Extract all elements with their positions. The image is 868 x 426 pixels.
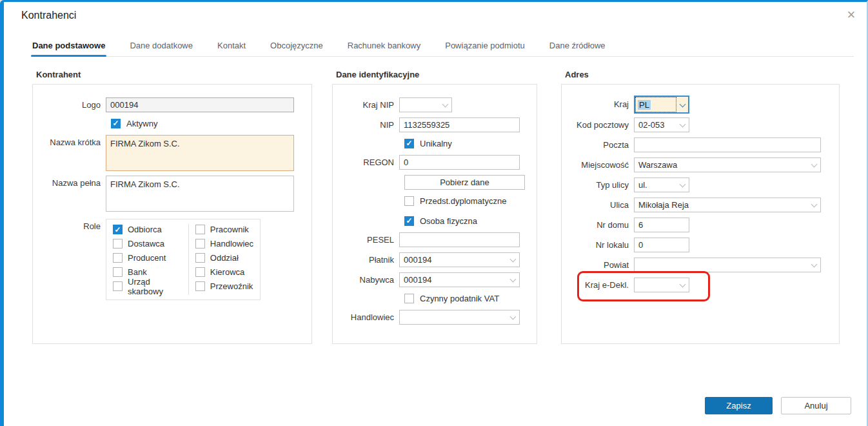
kraj-select[interactable]: PL (634, 96, 689, 114)
aktywny-checkbox[interactable] (111, 119, 121, 128)
role-odbiorca-checkbox[interactable] (113, 225, 123, 234)
poczta-field[interactable] (634, 137, 821, 152)
role-przewoznik-label: Przewoźnik (210, 281, 253, 291)
unikalny-checkbox[interactable] (404, 139, 414, 148)
panel-dane-identyfikacyjne: Kraj NIP NIP 1132559325 Unikalny REGON 0… (332, 84, 537, 344)
logo-field[interactable]: 000194 (106, 97, 294, 112)
powiat-label: Powiat (562, 258, 634, 270)
miejscowosc-select[interactable]: Warszawa (634, 157, 821, 172)
aktywny-label: Aktywny (126, 119, 157, 128)
pesel-field[interactable] (399, 232, 520, 247)
nabywca-select[interactable]: 000194 (399, 272, 520, 287)
footer-actions: Zapisz Anuluj (705, 397, 851, 414)
ulica-label: Ulica (562, 198, 634, 210)
nazwa-pelna-field[interactable]: FIRMA Zikom S.C. (106, 176, 294, 212)
tab-obcojezyczne[interactable]: Obcojęzyczne (269, 37, 324, 56)
role-producent-label: Producent (128, 253, 166, 263)
nabywca-label: Nabywca (333, 272, 399, 285)
platnik-select[interactable]: 000194 (399, 252, 520, 267)
przedst-dyplomatyczne-label: Przedst.dyplomatyczne (420, 196, 506, 206)
pesel-label: PESEL (333, 232, 399, 245)
chevron-down-icon (442, 101, 449, 107)
tab-kontakt[interactable]: Kontakt (216, 37, 247, 56)
role-oddzial-label: Oddział (210, 253, 239, 263)
nazwa-pelna-label: Nazwa pełna (33, 176, 106, 188)
cancel-button[interactable]: Anuluj (781, 397, 851, 414)
nr-lokalu-label: Nr lokalu (562, 238, 634, 250)
role-dostawca-checkbox[interactable] (113, 239, 123, 249)
kraj-edekl-select[interactable] (634, 278, 689, 292)
typ-ulicy-select[interactable]: ul. (634, 178, 689, 192)
tab-dane-dodatkowe[interactable]: Dane dodatkowe (128, 37, 194, 56)
chevron-down-icon (510, 313, 517, 320)
role-oddzial-checkbox[interactable] (195, 253, 205, 263)
role-group: Odbiorca Dostawca Producent Bank Urząd s… (106, 219, 261, 300)
regon-field[interactable]: 0 (399, 155, 520, 170)
chevron-down-icon (680, 121, 686, 127)
role-dostawca-label: Dostawca (128, 239, 164, 249)
panel-kontrahent: Logo 000194 Aktywny Nazwa krótka FIRMA Z… (32, 84, 312, 344)
typ-ulicy-label: Typ ulicy (562, 178, 634, 190)
miejscowosc-label: Miejscowość (562, 157, 634, 170)
kraj-nip-select[interactable] (399, 97, 452, 112)
role-handlowiec-checkbox[interactable] (195, 239, 205, 249)
close-icon[interactable]: × (843, 7, 859, 23)
nazwa-krotka-label: Nazwa krótka (33, 135, 106, 147)
chevron-down-icon (676, 97, 688, 112)
przedst-dyplomatyczne-checkbox[interactable] (404, 196, 414, 206)
nr-domu-field[interactable]: 6 (634, 218, 689, 232)
tab-powiazanie-podmiotu[interactable]: Powiązanie podmiotu (444, 37, 526, 56)
handlowiec-label: Handlowiec (333, 310, 399, 322)
chevron-down-icon (510, 256, 517, 262)
role-producent-checkbox[interactable] (113, 253, 123, 263)
kraj-edekl-label: Kraj e-Dekl. (562, 278, 634, 290)
role-urzad-skarbowy-checkbox[interactable] (113, 281, 123, 291)
czynny-podatnik-vat-checkbox[interactable] (404, 294, 414, 303)
osoba-fizyczna-checkbox[interactable] (404, 216, 414, 226)
kod-pocztowy-label: Kod pocztowy (562, 117, 634, 130)
role-bank-checkbox[interactable] (113, 267, 123, 277)
role-kierowca-label: Kierowca (210, 267, 244, 277)
chevron-down-icon (811, 161, 818, 167)
handlowiec-select[interactable] (399, 310, 520, 325)
kod-pocztowy-select[interactable]: 02-053 (634, 117, 689, 132)
nr-lokalu-field[interactable]: 0 (634, 238, 689, 252)
osoba-fizyczna-label: Osoba fizyczna (420, 216, 477, 226)
role-przewoznik-checkbox[interactable] (195, 281, 205, 291)
section-header-dane-identyfikacyjne: Dane identyfikacyjne (336, 70, 419, 79)
pobierz-dane-button[interactable]: Pobierz dane (404, 175, 525, 190)
regon-label: REGON (333, 155, 399, 167)
save-button[interactable]: Zapisz (705, 397, 773, 414)
nr-domu-label: Nr domu (562, 218, 634, 230)
role-label: Role (33, 219, 106, 231)
ulica-select[interactable]: Mikołaja Reja (634, 198, 821, 212)
chevron-down-icon (680, 281, 686, 287)
chevron-down-icon (811, 261, 818, 267)
role-urzad-skarbowy-label: Urząd skarbowy (128, 277, 182, 296)
chevron-down-icon (680, 181, 686, 187)
role-handlowiec-label: Handlowiec (210, 239, 253, 249)
poczta-label: Poczta (562, 137, 634, 150)
nazwa-krotka-field[interactable]: FIRMA Zikom S.C. (106, 135, 294, 171)
kraj-nip-label: Kraj NIP (333, 97, 399, 110)
tab-dane-podstawowe[interactable]: Dane podstawowe (31, 37, 106, 56)
panel-adres: Kraj PL Kod pocztowy 02-053 Poczta Miejs… (561, 84, 840, 344)
chevron-down-icon (510, 276, 517, 282)
role-pracownik-label: Pracownik (210, 225, 249, 234)
unikalny-label: Unikalny (420, 139, 452, 148)
kontrahenci-dialog: Kontrahenci × Dane podstawowe Dane dodat… (0, 0, 868, 426)
section-header-adres: Adres (565, 70, 589, 79)
czynny-podatnik-vat-label: Czynny podatnik VAT (420, 294, 499, 303)
dialog-title: Kontrahenci (21, 10, 76, 21)
tab-rachunek-bankowy[interactable]: Rachunek bankowy (346, 37, 422, 56)
tab-bar: Dane podstawowe Dane dodatkowe Kontakt O… (31, 37, 854, 57)
logo-label: Logo (33, 97, 106, 110)
nip-field[interactable]: 1132559325 (399, 117, 520, 132)
role-pracownik-checkbox[interactable] (195, 225, 205, 234)
powiat-select[interactable] (634, 258, 821, 272)
role-kierowca-checkbox[interactable] (195, 267, 205, 277)
role-odbiorca-label: Odbiorca (128, 225, 162, 234)
tab-dane-zrodlowe[interactable]: Dane źródłowe (548, 37, 607, 56)
nip-label: NIP (333, 117, 399, 130)
chevron-down-icon (811, 201, 818, 207)
